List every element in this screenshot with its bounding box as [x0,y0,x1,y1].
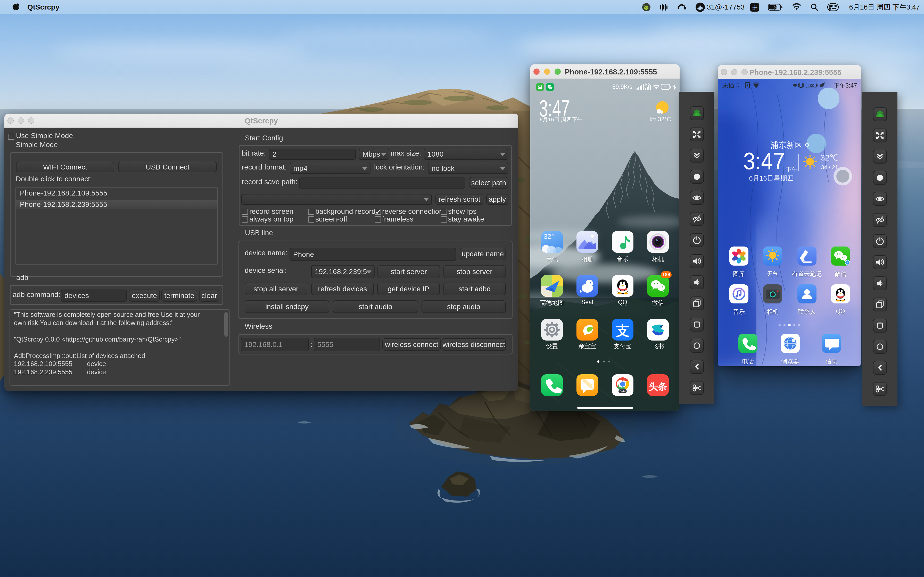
svg-text:!: ! [747,84,748,88]
svg-text:100: 100 [808,84,814,88]
svg-text:5: 5 [664,85,666,89]
svg-text:Beta: Beta [620,390,626,393]
svg-text:拼: 拼 [752,4,758,11]
